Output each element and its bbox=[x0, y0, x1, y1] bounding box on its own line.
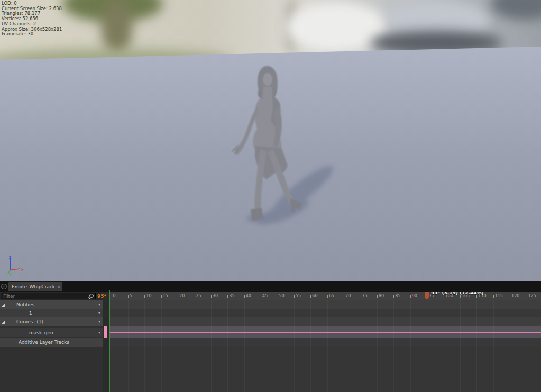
ruler-tick bbox=[128, 295, 129, 298]
grid-line bbox=[377, 300, 378, 392]
ruler-tick-label: 30 bbox=[213, 294, 218, 298]
grid-line bbox=[144, 300, 145, 392]
ruler-tick bbox=[460, 295, 461, 298]
grid-line bbox=[460, 300, 461, 392]
grid-line bbox=[112, 300, 112, 392]
ruler-tick bbox=[410, 295, 411, 298]
grid-line bbox=[310, 300, 311, 392]
grid-line bbox=[161, 300, 162, 392]
search-icon bbox=[89, 294, 94, 298]
chevron-down-icon[interactable]: ▾ bbox=[98, 331, 100, 335]
animation-editor-window: LOD: 0Current Screen Size: 2.638Triangle… bbox=[0, 0, 541, 392]
grid-line bbox=[211, 300, 212, 392]
3d-viewport[interactable]: LOD: 0Current Screen Size: 2.638Triangle… bbox=[0, 0, 541, 281]
grid-line bbox=[476, 300, 477, 392]
ruler-tick-label: 40 bbox=[246, 294, 251, 298]
tab-label: Emote_WhipCrack bbox=[12, 284, 55, 289]
timeline-area[interactable]: 0510152025303540455055606570758085909510… bbox=[109, 292, 541, 392]
grid-line bbox=[510, 300, 510, 392]
grid-line bbox=[393, 300, 394, 392]
ruler-tick-label: 20 bbox=[179, 294, 185, 298]
track-row-mask-geo[interactable]: mask_geo ▾ bbox=[0, 328, 103, 337]
ruler-tick bbox=[393, 295, 394, 298]
track-row-curves[interactable]: Curves (1) ▾ bbox=[0, 317, 103, 326]
stats-line: Framerate: 30 bbox=[2, 32, 62, 37]
ruler-tick bbox=[112, 295, 112, 298]
ruler-tick bbox=[510, 295, 510, 298]
grid-line bbox=[128, 300, 129, 392]
grid-line bbox=[261, 300, 261, 392]
ruler-tick bbox=[310, 295, 311, 298]
chevron-down-icon[interactable]: ▾ bbox=[98, 303, 100, 307]
ruler-tick-label: 85 bbox=[395, 294, 400, 298]
chevron-down-icon[interactable]: ▾ bbox=[98, 311, 100, 315]
ruler-tick bbox=[444, 295, 444, 298]
ruler-tick bbox=[493, 295, 494, 298]
ruler-tick bbox=[476, 295, 477, 298]
ruler-tick-label: 75 bbox=[362, 294, 368, 298]
grid-line bbox=[278, 300, 278, 392]
track-row-label: Notifies bbox=[16, 302, 34, 307]
grid-line bbox=[444, 300, 444, 392]
viewport-stats: LOD: 0Current Screen Size: 2.638Triangle… bbox=[2, 1, 62, 37]
grid-line bbox=[227, 300, 228, 392]
expander-icon[interactable] bbox=[2, 320, 5, 324]
axis-y-label: y bbox=[9, 272, 12, 276]
ruler-tick-label: 90 bbox=[412, 294, 417, 298]
ruler-tick bbox=[161, 295, 162, 298]
tab-bar bbox=[0, 281, 541, 292]
playhead-line[interactable] bbox=[427, 300, 427, 392]
ruler-tick bbox=[144, 295, 145, 298]
ruler-tick-label: 50 bbox=[279, 294, 285, 298]
grid-line bbox=[327, 300, 328, 392]
ruler-tick bbox=[361, 295, 361, 298]
filter-input[interactable] bbox=[1, 293, 96, 299]
track-row-notify-1[interactable]: 1 ▾ bbox=[0, 309, 103, 317]
ruler-tick-label: 80 bbox=[379, 294, 384, 298]
ruler-tick bbox=[227, 295, 228, 298]
track-row-label: mask_geo bbox=[29, 330, 53, 335]
filter-row: 95* bbox=[0, 292, 103, 300]
expander-icon[interactable] bbox=[2, 303, 5, 307]
ruler-tick-label: 45 bbox=[262, 294, 268, 298]
ruler-tick-label: 65 bbox=[329, 294, 334, 298]
panel-menu-icon[interactable] bbox=[1, 284, 7, 289]
mask-geo-curve-line bbox=[109, 332, 541, 333]
ruler-tick bbox=[377, 295, 378, 298]
tab-emote-whipcrack[interactable]: Emote_WhipCrack ✕ bbox=[8, 282, 62, 291]
track-list-gutter bbox=[103, 292, 109, 392]
ruler-tick-label: 115 bbox=[495, 294, 503, 298]
ruler-tick bbox=[178, 295, 178, 298]
ruler-tick bbox=[195, 295, 195, 298]
ruler-tick bbox=[294, 295, 295, 298]
grid-line bbox=[195, 300, 195, 392]
tab-close-icon[interactable]: ✕ bbox=[57, 285, 61, 289]
playhead-label: 95* (3.19) (72.44%) bbox=[431, 292, 484, 295]
frame-indicator: 95* bbox=[97, 294, 106, 299]
curves-count: (1) bbox=[36, 319, 43, 324]
ruler-tick bbox=[244, 295, 245, 298]
track-row-label: 1 bbox=[29, 311, 32, 316]
range-start-line[interactable] bbox=[109, 290, 110, 392]
track-row-label: Curves bbox=[16, 319, 33, 324]
axis-x-label: x bbox=[21, 267, 24, 272]
ruler-tick-label: 15 bbox=[163, 294, 168, 298]
ruler-tick-label: 70 bbox=[345, 294, 351, 298]
ruler-tick-label: 125 bbox=[528, 294, 536, 298]
ruler-tick-label: 60 bbox=[312, 294, 317, 298]
character-model[interactable] bbox=[222, 57, 354, 237]
grid-line bbox=[244, 300, 245, 392]
ruler-tick-label: 10 bbox=[146, 294, 151, 298]
ruler-tick-label: 55 bbox=[296, 294, 301, 298]
character-body bbox=[232, 66, 302, 221]
track-row-notifies[interactable]: Notifies ▾ bbox=[0, 300, 103, 309]
ruler-tick bbox=[261, 295, 261, 298]
chevron-down-icon[interactable]: ▾ bbox=[98, 320, 100, 324]
grid-line bbox=[410, 300, 411, 392]
ruler-tick-label: 35 bbox=[229, 294, 234, 298]
mask-geo-track-color-bar bbox=[104, 326, 107, 338]
grid-line bbox=[178, 300, 178, 392]
ruler-tick-label: 0 bbox=[113, 294, 116, 298]
track-row-additive-layer-tracks[interactable]: Additive Layer Tracks bbox=[0, 338, 103, 347]
grid-line bbox=[493, 300, 494, 392]
